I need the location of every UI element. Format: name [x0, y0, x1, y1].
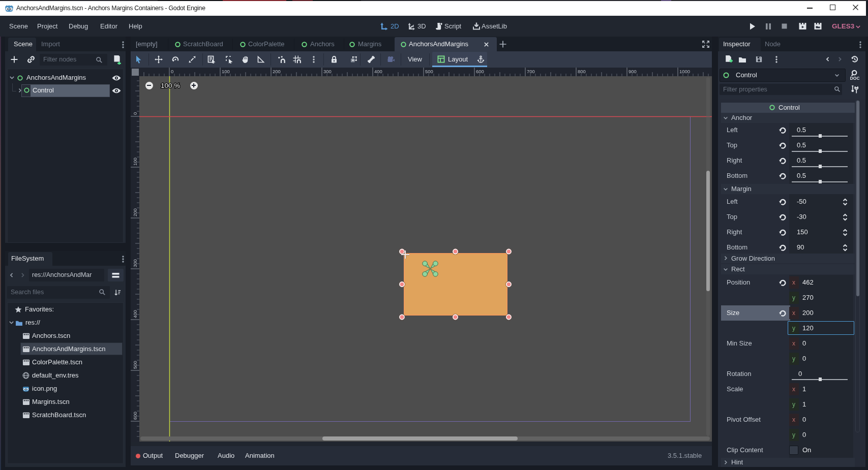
svg-text:100 %: 100 %: [161, 82, 180, 89]
svg-text:0: 0: [171, 69, 173, 74]
svg-text:500: 500: [425, 69, 433, 74]
svg-text:300: 300: [323, 69, 332, 74]
svg-text:DOC: DOC: [850, 76, 859, 81]
svg-text:300: 300: [132, 259, 138, 267]
svg-text:400: 400: [132, 310, 138, 318]
svg-text:100: 100: [132, 158, 138, 166]
svg-text:0: 0: [132, 112, 138, 115]
svg-text:1000: 1000: [679, 69, 690, 74]
svg-text:200: 200: [132, 208, 138, 216]
svg-text:200: 200: [273, 69, 281, 74]
svg-text:100: 100: [222, 69, 230, 74]
svg-text:600: 600: [132, 412, 138, 420]
svg-text:500: 500: [132, 361, 138, 369]
svg-text:800: 800: [578, 69, 586, 74]
svg-text:700: 700: [527, 69, 535, 74]
svg-text:600: 600: [476, 69, 484, 74]
svg-text:900: 900: [628, 69, 637, 74]
svg-text:400: 400: [374, 69, 382, 74]
